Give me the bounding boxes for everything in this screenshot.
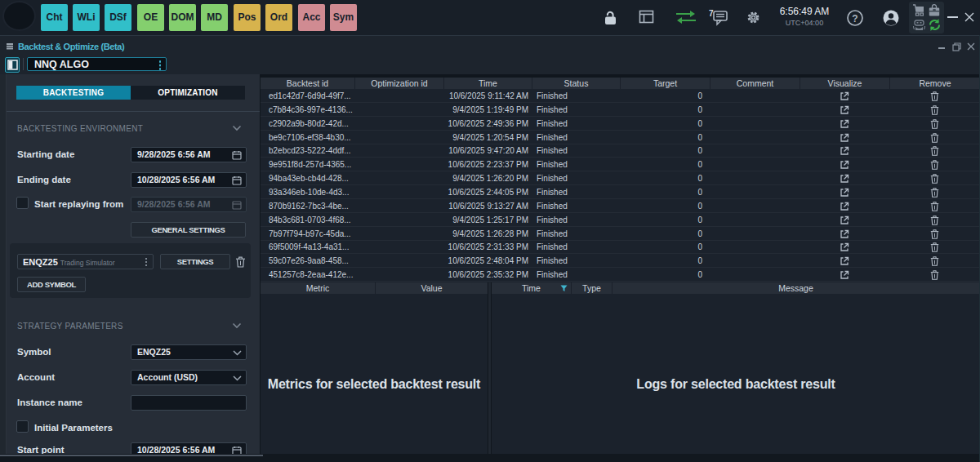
svg-text:7: 7 [709, 9, 714, 18]
svg-text:?: ? [852, 13, 858, 24]
